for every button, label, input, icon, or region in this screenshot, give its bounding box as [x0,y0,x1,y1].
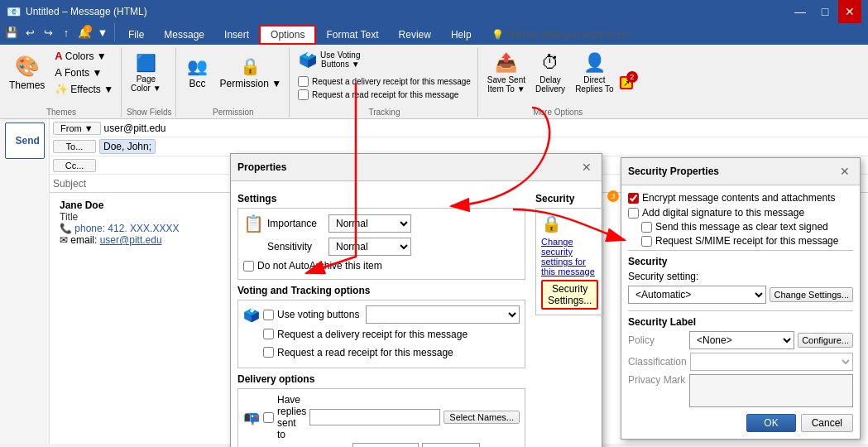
security-badge: 3 [607,190,619,202]
cc-button[interactable]: Cc... [53,159,96,172]
security-settings-button[interactable]: Security Settings... [541,280,598,310]
ribbon-group-show-fields: 🟦 Page Color ▼ Show Fields [123,48,175,117]
bcc-button[interactable]: 👥 Bcc [181,48,214,98]
cancel-button[interactable]: Cancel [801,414,853,432]
voting-buttons-icon: 🗳️ [243,307,260,323]
policy-select[interactable]: <None> [689,331,794,349]
privacy-mark-field[interactable] [689,374,853,407]
encrypt-checkbox[interactable] [628,193,639,204]
sensitivity-row: 📋 Sensitivity Normal [243,237,520,257]
effects-icon: ✨ [55,83,68,95]
colors-icon: A [55,50,62,62]
use-voting-checkbox[interactable] [263,310,274,320]
security-section-header: Security [535,193,604,204]
save-quick-btn[interactable]: 💾 [3,24,20,41]
tab-tell-me[interactable]: 💡 Tell me what you want to do [482,25,639,45]
classification-select[interactable] [690,353,853,371]
read-receipt-row[interactable]: Request a read receipt for this message [298,89,471,100]
colors-button[interactable]: A Colors ▼ [50,48,117,64]
delay-delivery-icon: ⏱ [541,52,559,74]
tab-help[interactable]: Help [441,25,482,45]
delay-delivery-button[interactable]: ⏱ Delay Delivery [531,48,569,98]
delivery-receipt-prop-row[interactable]: 🗳️ Request a delivery receipt for this m… [243,326,520,342]
show-fields-group-label: Show Fields [127,106,171,117]
ribbon-group-permission: 👥 Bcc 🔒 Permission ▼ Permission [178,48,290,117]
smime-checkbox[interactable] [641,236,652,247]
label-section-header: Security Label [628,316,853,328]
digital-sig-row[interactable]: Add digital signature to this message [628,207,853,219]
tracking-group-label: Tracking [295,106,474,117]
digital-sig-checkbox[interactable] [628,208,639,219]
close-button[interactable]: ✕ [838,0,861,23]
clear-text-row[interactable]: Send this message as clear text signed [641,221,853,233]
direct-replies-button[interactable]: 👤 Direct Replies To [571,48,618,98]
change-settings-button[interactable]: Change Settings... [770,287,853,302]
permission-button[interactable]: 🔒 Permission ▼ [216,48,286,98]
have-replies-input[interactable] [309,409,440,425]
tab-review[interactable]: Review [389,25,441,45]
tab-file[interactable]: File [118,25,154,45]
voting-buttons-button[interactable]: 🗳️ Use Voting Buttons ▼ [295,48,364,71]
replies-icon: 📭 [243,410,260,425]
notification-quick-btn[interactable]: 🔔 1 [76,24,93,41]
tab-insert[interactable]: Insert [214,25,259,45]
page-color-button[interactable]: 🟦 Page Color ▼ [127,48,165,98]
do-not-deliver-date-select[interactable]: None [352,443,419,447]
redo-quick-btn[interactable]: ↪ [40,24,56,41]
importance-label: Importance [267,218,325,229]
send-button[interactable]: Send [5,123,45,159]
read-receipt-checkbox[interactable] [298,89,309,100]
voting-icon: 🗳️ [299,50,317,69]
app-icon: 📧 [7,5,21,18]
ok-button[interactable]: OK [746,414,795,432]
privacy-mark-row: Privacy Mark [628,374,853,407]
voting-section-header: Voting and Tracking options [237,285,525,296]
do-not-deliver-time-select[interactable]: 12:00 AM [422,443,480,447]
clear-text-checkbox[interactable] [641,222,652,233]
customize-quick-btn[interactable]: ▼ [94,24,111,41]
importance-select[interactable]: Normal [328,214,411,233]
more-options-launcher[interactable]: ↗ 2 [620,76,633,89]
fonts-icon: A [55,66,62,79]
security-setting-select[interactable]: <Automatic> [628,286,766,304]
use-voting-row[interactable]: 🗳️ Use voting buttons [243,305,520,324]
properties-close-button[interactable]: ✕ [578,159,595,175]
do-not-archive-checkbox[interactable] [243,261,254,272]
launcher-badge: 2 [626,71,638,83]
save-sent-button[interactable]: 📤 Save Sent Item To ▼ [483,48,530,98]
security-dialog-close-button[interactable]: ✕ [837,163,853,180]
delivery-receipt-checkbox[interactable] [298,76,309,87]
importance-icon: 📋 [243,214,264,233]
importance-row: 📋 Importance Normal [243,214,520,233]
delivery-receipt-prop-checkbox[interactable] [263,329,274,339]
themes-button[interactable]: 🎨 Themes [5,48,49,98]
have-replies-checkbox[interactable] [263,412,274,423]
fonts-button[interactable]: A Fonts ▼ [50,65,117,80]
smime-row[interactable]: Request S/MIME receipt for this message [641,235,853,247]
configure-button[interactable]: Configure... [798,333,853,348]
select-names-button[interactable]: Select Names... [444,411,520,424]
more-options-group-label: More Options [483,106,633,117]
sensitivity-label: Sensitivity [267,241,325,252]
maximize-button[interactable]: □ [813,0,837,23]
policy-row: Policy <None> Configure... [628,331,853,349]
encrypt-row[interactable]: Encrypt message contents and attachments [628,192,853,204]
tab-format-text[interactable]: Format Text [316,25,388,45]
voting-options-select[interactable] [366,305,520,324]
from-button[interactable]: From ▼ [53,122,101,135]
tab-message[interactable]: Message [154,25,214,45]
effects-button[interactable]: ✨ Effects ▼ [50,81,117,97]
tab-options[interactable]: Options [259,25,316,45]
ribbon: 🎨 Themes A Colors ▼ A Fonts ▼ ✨ Effects … [0,45,868,119]
sender-email-link[interactable]: user@pitt.edu [100,234,162,246]
delivery-receipt-row[interactable]: Request a delivery receipt for this mess… [298,76,471,87]
to-button[interactable]: To... [53,140,96,153]
read-receipt-prop-row[interactable]: 🗳️ Request a read receipt for this messa… [243,344,520,360]
undo-quick-btn[interactable]: ↩ [22,24,38,41]
up-quick-btn[interactable]: ↑ [58,24,74,41]
security-value-row: <Automatic> Change Settings... [628,286,853,304]
minimize-button[interactable]: — [789,0,812,23]
read-receipt-prop-checkbox[interactable] [263,347,274,358]
sensitivity-select[interactable]: Normal [328,238,411,256]
do-not-archive-row[interactable]: Do not AutoArchive this item [243,260,520,272]
